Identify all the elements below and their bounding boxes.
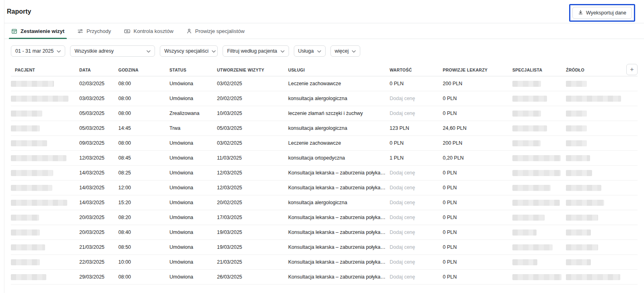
date-cell: 05/03/2025 bbox=[79, 111, 118, 116]
doctor-commission-cell: 24,60 PLN bbox=[443, 125, 512, 131]
table-row: 21/03/202508:50Umówiona19/03/2025Konsult… bbox=[11, 240, 638, 255]
value-cell: Dodaj cenę bbox=[390, 185, 443, 191]
patient-cell bbox=[11, 170, 79, 176]
service-cell: Konsultacja lekarska – zaburzenia połyka… bbox=[288, 274, 390, 280]
patient-cell bbox=[11, 125, 79, 131]
time-cell: 10:00 bbox=[118, 259, 169, 265]
specialist-cell bbox=[512, 200, 566, 206]
column-header: Pacjent bbox=[11, 68, 79, 72]
patient-cell bbox=[11, 200, 79, 206]
tab-label: Kontrola kosztów bbox=[134, 28, 173, 34]
value-cell: 123 PLN bbox=[390, 125, 443, 131]
patient-redacted-block bbox=[11, 244, 45, 250]
export-data-button[interactable]: Wyeksportuj dane bbox=[572, 7, 632, 19]
column-header: Prowizje lekarzy bbox=[443, 68, 512, 72]
visits-table: PacjentDataGodzinaStatusUtworzenie wizyt… bbox=[4, 64, 644, 285]
specialist-cell bbox=[512, 244, 566, 250]
patient-cell bbox=[11, 274, 79, 280]
add-price-link[interactable]: Dodaj cenę bbox=[390, 96, 415, 101]
add-price-link[interactable]: Dodaj cenę bbox=[390, 170, 415, 176]
add-price-link[interactable]: Dodaj cenę bbox=[390, 274, 415, 280]
value-cell: Dodaj cenę bbox=[390, 215, 443, 220]
reports-page: Raporty Wyeksportuj dane Zestawienie wiz… bbox=[0, 0, 644, 293]
date-cell: 12/03/2025 bbox=[79, 155, 118, 161]
service-cell: konsultacja alergologiczna bbox=[288, 200, 390, 205]
specialist-cell bbox=[512, 259, 566, 265]
address-select[interactable]: Wszystkie adresy bbox=[70, 45, 155, 57]
status-cell: Umówiona bbox=[169, 170, 217, 176]
service-cell: Konsultacja lekarska – zaburzenia połyka… bbox=[288, 215, 390, 220]
doctor-commission-cell: 0 PLN bbox=[443, 185, 512, 191]
source-cell bbox=[566, 170, 638, 176]
specialist-cell bbox=[512, 185, 566, 191]
specialist-redacted-block bbox=[512, 155, 561, 161]
report-tabs: Zestawienie wizytPrzychodyKontrola koszt… bbox=[4, 23, 644, 39]
date-cell: 22/03/2025 bbox=[79, 259, 118, 265]
source-cell bbox=[566, 244, 638, 250]
specialist-redacted-block bbox=[512, 170, 561, 176]
source-redacted-block bbox=[566, 274, 620, 280]
service-filter[interactable]: Usługa bbox=[294, 45, 326, 57]
specialist-cell bbox=[512, 229, 566, 236]
patient-cell bbox=[11, 259, 79, 265]
column-header: Status bbox=[169, 68, 217, 72]
add-price-link[interactable]: Dodaj cenę bbox=[390, 244, 415, 250]
calendar-check-icon bbox=[11, 28, 17, 34]
table-row: 22/03/202510:00Umówiona21/03/2025Konsult… bbox=[11, 255, 638, 270]
time-cell: 08:00 bbox=[118, 96, 169, 101]
tab-kontrola-koszt-w[interactable]: Kontrola kosztów bbox=[123, 23, 174, 39]
tab-przychody[interactable]: Przychody bbox=[76, 23, 112, 39]
table-row: 14/03/202512:00Umówiona12/03/2025Konsult… bbox=[11, 180, 638, 195]
top-bar: Raporty Wyeksportuj dane bbox=[4, 0, 644, 23]
add-price-link[interactable]: Dodaj cenę bbox=[390, 229, 415, 235]
patient-cell bbox=[11, 81, 79, 87]
service-cell: Konsultacja lekarska – zaburzenia połyka… bbox=[288, 259, 390, 265]
source-redacted-block bbox=[566, 140, 587, 146]
banknote-icon bbox=[124, 28, 130, 34]
filter-label: Wszystkie adresy bbox=[74, 48, 114, 54]
specialist-redacted-block bbox=[512, 111, 541, 117]
table-row: 14/03/202515:20Umówiona20/02/2025konsult… bbox=[11, 195, 638, 210]
add-price-link[interactable]: Dodaj cenę bbox=[390, 111, 415, 116]
tab-prowizje-specjalist-w[interactable]: Prowizje specjalistów bbox=[186, 23, 246, 39]
date-cell: 03/03/2025 bbox=[79, 96, 118, 101]
table-row: 14/03/202508:25Umówiona12/03/2025Konsult… bbox=[11, 166, 638, 180]
visit-created-cell: 20/02/2025 bbox=[217, 96, 288, 101]
sliders-icon bbox=[77, 28, 83, 34]
visit-created-cell: 12/03/2025 bbox=[217, 170, 288, 176]
specialist-cell bbox=[512, 274, 566, 280]
doctor-commission-cell: 0 PLN bbox=[443, 244, 512, 250]
date-cell: 20/03/2025 bbox=[79, 215, 118, 220]
patient-filter[interactable]: Filtruj według pacjenta bbox=[223, 45, 289, 57]
status-cell: Umówiona bbox=[169, 274, 217, 280]
specialist-redacted-block bbox=[512, 229, 537, 236]
add-price-link[interactable]: Dodaj cenę bbox=[390, 185, 415, 191]
date-range-filter[interactable]: 01 - 31 mar 2025 bbox=[11, 45, 65, 57]
add-price-link[interactable]: Dodaj cenę bbox=[390, 200, 415, 205]
status-cell: Zrealizowana bbox=[169, 111, 217, 116]
status-cell: Umówiona bbox=[169, 140, 217, 146]
add-column-button[interactable]: + bbox=[626, 64, 638, 75]
service-cell: konsultacja ortopedyczna bbox=[288, 155, 390, 161]
visit-created-cell: 12/03/2025 bbox=[217, 185, 288, 191]
time-cell: 08:45 bbox=[118, 155, 169, 161]
visit-created-cell: 03/02/2025 bbox=[217, 140, 288, 146]
tab-zestawienie-wizyt[interactable]: Zestawienie wizyt bbox=[10, 23, 65, 39]
patient-cell bbox=[11, 229, 79, 236]
more-filter[interactable]: więcej bbox=[330, 45, 361, 57]
service-cell: Leczenie zachowawcze bbox=[288, 140, 390, 146]
specialist-redacted-block bbox=[512, 274, 561, 280]
doctor-commission-cell: 0 PLN bbox=[443, 274, 512, 280]
source-cell bbox=[566, 185, 638, 191]
visit-created-cell: 19/03/2025 bbox=[217, 229, 288, 235]
specialist-redacted-block bbox=[512, 96, 547, 102]
patient-redacted-block bbox=[11, 215, 39, 221]
value-cell: Dodaj cenę bbox=[390, 244, 443, 250]
specialist-redacted-block bbox=[512, 259, 537, 265]
add-price-link[interactable]: Dodaj cenę bbox=[390, 215, 415, 220]
visit-created-cell: 26/03/2025 bbox=[217, 274, 288, 280]
source-redacted-block bbox=[566, 111, 587, 117]
specialist-select[interactable]: Wszyscy specjaliści bbox=[160, 45, 218, 57]
source-redacted-block bbox=[566, 81, 587, 87]
add-price-link[interactable]: Dodaj cenę bbox=[390, 259, 415, 265]
